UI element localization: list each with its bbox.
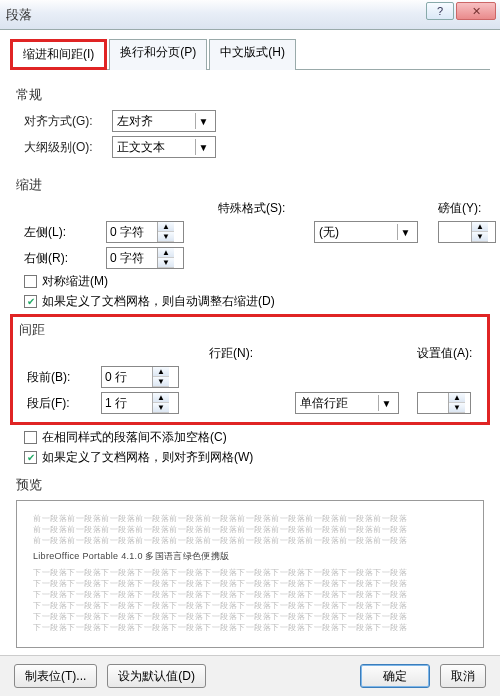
alignment-label: 对齐方式(G): [16,113,106,130]
tab-indent-spacing[interactable]: 缩进和间距(I) [10,39,107,70]
chevron-down-icon: ▼ [195,113,211,129]
before-spinner[interactable]: ▲▼ [101,366,179,388]
after-spinner[interactable]: ▲▼ [101,392,179,414]
mirror-indent-label: 对称缩进(M) [42,273,108,290]
at-spinner[interactable]: ▲▼ [417,392,471,414]
outline-label: 大纲级别(O): [16,139,106,156]
chevron-down-icon: ▼ [378,395,394,411]
preview-sample-text: LibreOffice Portable 4.1.0 多国语言绿色便携版 [33,550,467,563]
special-format-select[interactable]: (无) ▼ [314,221,418,243]
ok-button[interactable]: 确定 [360,664,430,688]
spin-down-icon[interactable]: ▼ [153,377,169,387]
tab-asian-typography[interactable]: 中文版式(H) [209,39,296,70]
by-input[interactable] [439,223,471,241]
tab-line-page-breaks[interactable]: 换行和分页(P) [109,39,207,70]
special-format-label: 特殊格式(S): [218,200,314,217]
spin-up-icon[interactable]: ▲ [158,248,174,258]
snap-grid-checkbox[interactable]: ✔ [24,451,37,464]
close-button[interactable]: ✕ [456,2,496,20]
line-spacing-select[interactable]: 单倍行距 ▼ [295,392,399,414]
preview-pane: 前一段落前一段落前一段落前一段落前一段落前一段落前一段落前一段落前一段落前一段落… [16,500,484,648]
spin-down-icon[interactable]: ▼ [158,232,174,242]
at-input[interactable] [418,394,448,412]
tab-label: 中文版式(H) [220,45,285,59]
special-format-value: (无) [319,224,339,241]
spin-up-icon[interactable]: ▲ [153,393,169,403]
line-spacing-value: 单倍行距 [300,395,348,412]
section-indent: 缩进 [16,176,484,194]
by-label: 磅值(Y): [438,200,500,217]
by-spinner[interactable]: ▲▼ [438,221,496,243]
titlebar: 段落 ? ✕ [0,0,500,30]
left-indent-input[interactable] [107,223,157,241]
window-title: 段落 [6,6,32,24]
spin-up-icon[interactable]: ▲ [158,222,174,232]
line-spacing-label: 行距(N): [209,345,295,362]
set-default-button[interactable]: 设为默认值(D) [107,664,206,688]
alignment-select[interactable]: 左对齐 ▼ [112,110,216,132]
chevron-down-icon: ▼ [397,224,413,240]
section-preview: 预览 [16,476,484,494]
outline-value: 正文文本 [117,139,165,156]
alignment-value: 左对齐 [117,113,153,130]
tabs-button[interactable]: 制表位(T)... [14,664,97,688]
at-label: 设置值(A): [417,345,475,362]
before-label: 段前(B): [19,369,101,386]
section-spacing: 间距 [19,321,481,339]
spin-up-icon[interactable]: ▲ [153,367,169,377]
dialog-buttons: 制表位(T)... 设为默认值(D) 确定 取消 [0,655,500,696]
chevron-down-icon: ▼ [195,139,211,155]
after-input[interactable] [102,394,152,412]
spin-down-icon[interactable]: ▼ [153,403,169,413]
spin-down-icon[interactable]: ▼ [158,258,174,268]
panel: 常规 对齐方式(G): 左对齐 ▼ 大纲级别(O): 正文文本 ▼ 缩进 特殊格… [0,70,500,664]
spacing-highlight: 间距 行距(N): 设置值(A): 段前(B): ▲▼ 段后(F): ▲▼ 单 [10,314,490,425]
left-indent-spinner[interactable]: ▲▼ [106,221,184,243]
spin-up-icon[interactable]: ▲ [449,393,465,403]
tab-label: 缩进和间距(I) [23,47,94,61]
spin-down-icon[interactable]: ▼ [449,403,465,413]
left-indent-label: 左侧(L): [16,224,106,241]
mirror-indent-checkbox[interactable] [24,275,37,288]
right-indent-input[interactable] [107,249,157,267]
spin-up-icon[interactable]: ▲ [472,222,488,232]
window-buttons: ? ✕ [426,2,496,20]
auto-adjust-indent-checkbox[interactable]: ✔ [24,295,37,308]
outline-select[interactable]: 正文文本 ▼ [112,136,216,158]
tab-strip: 缩进和间距(I) 换行和分页(P) 中文版式(H) [10,38,490,69]
snap-grid-label: 如果定义了文档网格，则对齐到网格(W) [42,449,253,466]
before-input[interactable] [102,368,152,386]
same-style-checkbox[interactable] [24,431,37,444]
spin-down-icon[interactable]: ▼ [472,232,488,242]
same-style-label: 在相同样式的段落间不添加空格(C) [42,429,227,446]
tab-label: 换行和分页(P) [120,45,196,59]
help-button[interactable]: ? [426,2,454,20]
auto-adjust-indent-label: 如果定义了文档网格，则自动调整右缩进(D) [42,293,275,310]
right-indent-label: 右侧(R): [16,250,106,267]
section-general: 常规 [16,86,484,104]
right-indent-spinner[interactable]: ▲▼ [106,247,184,269]
after-label: 段后(F): [19,395,101,412]
cancel-button[interactable]: 取消 [440,664,486,688]
